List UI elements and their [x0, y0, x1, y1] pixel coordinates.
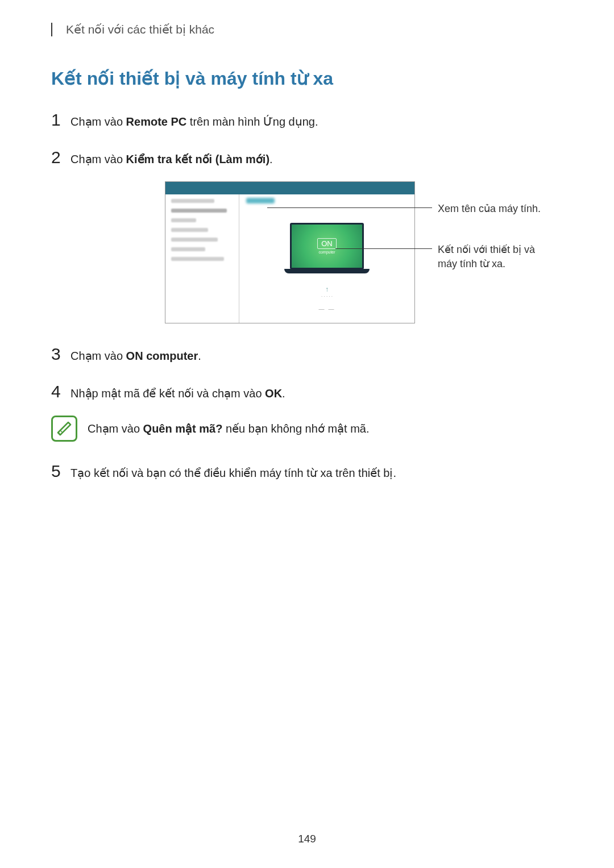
step-1: 1 Chạm vào Remote PC trên màn hình Ứng d… — [51, 106, 563, 134]
note: Chạm vào Quên mật mã? nếu bạn không nhớ … — [51, 416, 563, 442]
note-icon — [51, 416, 77, 442]
breadcrumb: Kết nối với các thiết bị khác — [66, 23, 563, 36]
sidebar-item-blur — [171, 247, 205, 251]
figure-row: ON computer ↑ · · · · · — — Xem tên của … — [51, 181, 563, 323]
page-number: 149 — [0, 833, 614, 845]
callout-text: Kết nối với thiết bị và máy tính từ xa. — [438, 243, 557, 271]
step-text: Nhập mật mã để kết nối và chạm vào OK. — [70, 384, 563, 402]
screenshot-sidebar — [165, 194, 239, 323]
sidebar-item-blur — [171, 209, 227, 213]
header-bar: Kết nối với các thiết bị khác — [51, 23, 563, 36]
step-3: 3 Chạm vào ON computer. — [51, 340, 563, 368]
sidebar-item-blur — [171, 257, 224, 261]
step-number: 2 — [51, 144, 70, 171]
step-number: 3 — [51, 340, 70, 368]
on-sub: computer — [318, 250, 335, 254]
bottom-dashes: — — — [319, 306, 335, 312]
step-number: 5 — [51, 458, 70, 485]
step-4: 4 Nhập mật mã để kết nối và chạm vào OK. — [51, 378, 563, 405]
svg-line-0 — [58, 433, 60, 435]
figure: ON computer ↑ · · · · · — — Xem tên của … — [165, 181, 415, 323]
screenshot-titlebar — [165, 182, 414, 194]
up-arrow-icon: ↑ — [325, 285, 329, 293]
sidebar-item-blur — [171, 238, 218, 242]
step-text: Chạm vào Remote PC trên màn hình Ứng dụn… — [70, 113, 563, 131]
note-text: Chạm vào Quên mật mã? nếu bạn không nhớ … — [88, 422, 370, 435]
callout-1: Xem tên của máy tính. — [267, 202, 557, 216]
svg-line-1 — [60, 430, 63, 433]
sidebar-item-blur — [171, 218, 196, 222]
step-5: 5 Tạo kết nối và bạn có thể điều khiển m… — [51, 458, 563, 485]
step-text: Chạm vào ON computer. — [70, 347, 563, 365]
step-text: Tạo kết nối và bạn có thể điều khiển máy… — [70, 464, 563, 482]
step-text: Chạm vào Kiểm tra kết nối (Làm mới). — [70, 150, 563, 168]
step-number: 1 — [51, 106, 70, 134]
step-2: 2 Chạm vào Kiểm tra kết nối (Làm mới). — [51, 144, 563, 171]
on-badge: ON — [317, 238, 337, 249]
sidebar-item-blur — [171, 228, 208, 232]
step-number: 4 — [51, 378, 70, 405]
callout-text: Xem tên của máy tính. — [438, 202, 557, 216]
tap-hint-blur: · · · · · — [321, 294, 333, 299]
sidebar-item-blur — [171, 199, 214, 203]
callout-2: Kết nối với thiết bị và máy tính từ xa. — [335, 243, 557, 271]
page-title: Kết nối thiết bị và máy tính từ xa — [51, 68, 563, 89]
